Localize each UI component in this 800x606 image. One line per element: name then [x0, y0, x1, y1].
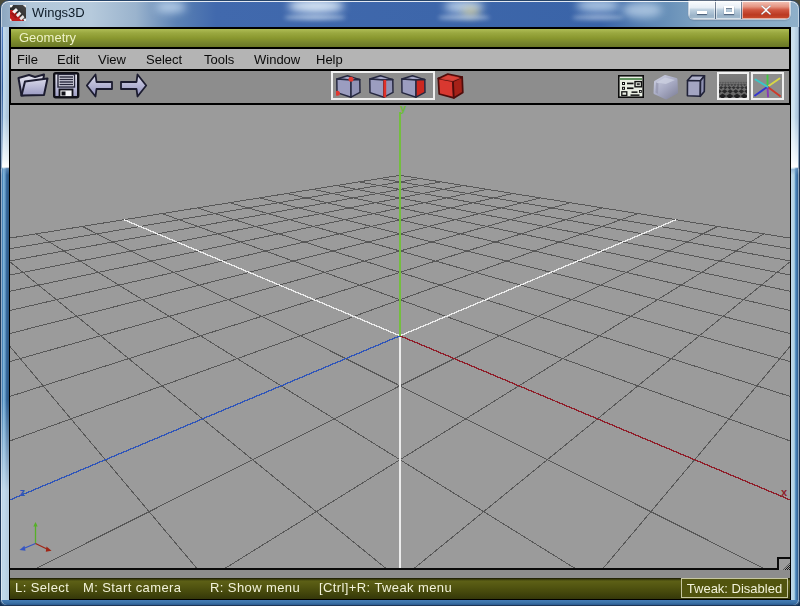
svg-text:y: y [400, 105, 407, 114]
svg-text:x: x [781, 486, 788, 498]
svg-text:z: z [20, 486, 26, 498]
